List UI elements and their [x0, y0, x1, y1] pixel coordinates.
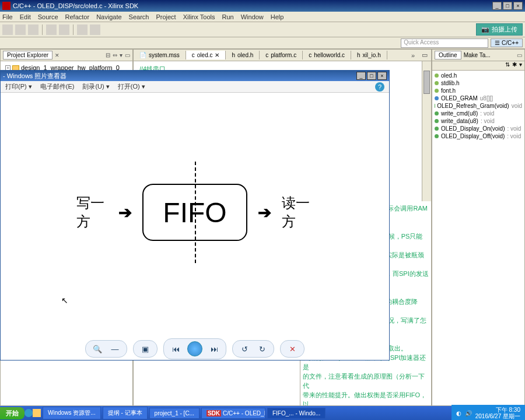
menu-search[interactable]: Search [129, 13, 149, 20]
separator [42, 24, 43, 35]
pv-menu-email[interactable]: 电子邮件(E) [40, 82, 75, 91]
editor-tab[interactable]: hxil_io.h [351, 51, 387, 60]
delete-group: ✕ [280, 340, 304, 358]
pv-menu-open[interactable]: 打开(O) ▾ [118, 82, 145, 91]
pv-min-button[interactable]: _ [356, 72, 366, 80]
pv-menu-burn[interactable]: 刻录(U) ▾ [82, 82, 109, 91]
min-icon[interactable]: ▭ [125, 52, 130, 58]
menu-icon[interactable]: ▾ [120, 52, 123, 58]
tool-run-icon[interactable] [90, 24, 100, 35]
system-tray[interactable]: ◐ 🔊 下午 8:30 2016/6/27 星期一 [452, 405, 525, 420]
task-button[interactable]: 提纲 - 记事本 [103, 407, 148, 419]
task-button[interactable]: project_1 - [C... [149, 408, 200, 419]
menu-xilinx[interactable]: Xilinx Tools [183, 13, 215, 20]
pv-close-button[interactable]: × [377, 72, 387, 80]
tray-icon[interactable]: ◐ [456, 410, 461, 416]
outline-item[interactable]: oled.h [432, 72, 524, 79]
editor-tab[interactable]: holed.h [226, 51, 260, 60]
outline-item[interactable]: write_data(u8) : void [432, 117, 524, 125]
outline-toolbar: ⇅ ✱ ▾ [432, 61, 524, 71]
separator [73, 24, 74, 35]
menu-window[interactable]: Window [241, 13, 264, 20]
editor-tab[interactable]: cplatform.c [260, 51, 303, 60]
start-button[interactable]: 开始 [0, 407, 24, 419]
perspective-cpp[interactable]: ☰ C/C++ [491, 38, 523, 47]
tool-save-icon[interactable] [15, 24, 26, 35]
zoom-slider[interactable]: — [109, 343, 121, 355]
tool-debug-icon[interactable] [77, 24, 88, 35]
tool-new-icon[interactable] [2, 24, 13, 35]
c-icon: c [309, 52, 312, 58]
fit-icon[interactable]: ▣ [139, 343, 151, 355]
pv-max-button[interactable]: □ [367, 72, 376, 80]
task-button[interactable]: SDKC/C++ - OLED_DI... [201, 408, 265, 419]
arrow-right-icon: ➔ [258, 203, 271, 222]
explorer-icon[interactable] [33, 409, 41, 417]
outline-item[interactable]: OLED_Display_Off(void) : void [432, 132, 524, 140]
sort-icon[interactable]: ⇅ [505, 61, 510, 70]
outline-item[interactable]: stdlib.h [432, 79, 524, 87]
tray-icon[interactable]: 🔊 [465, 410, 472, 416]
minimize-button[interactable]: _ [492, 2, 502, 10]
editor-more-icon[interactable]: » [408, 52, 418, 59]
editor-tab-active[interactable]: coled.c✕ [186, 51, 226, 60]
tool-hammer-icon[interactable] [59, 24, 69, 35]
maximize-button[interactable]: □ [503, 2, 512, 10]
menu-run[interactable]: Run [222, 13, 234, 20]
function-icon [435, 119, 439, 123]
filter-icon[interactable]: ✱ [512, 61, 517, 70]
next-icon[interactable]: ⏭ [208, 343, 220, 355]
make-tab[interactable]: Make Ta... [464, 52, 491, 58]
menu-navigate[interactable]: Navigate [96, 13, 121, 20]
upload-button[interactable]: 📷 拍摄上传 [476, 23, 523, 36]
close-button[interactable]: × [513, 2, 523, 10]
tool-build-icon[interactable] [46, 24, 57, 35]
main-titlebar: C/C++ - OLED_DISP/src/oled.c - Xilinx SD… [0, 0, 525, 12]
menu-file[interactable]: File [2, 13, 13, 20]
outline-item[interactable]: OLED_Display_On(void) : void [432, 125, 524, 132]
menu-source[interactable]: Source [38, 13, 58, 20]
scroll-thumb[interactable] [424, 71, 430, 94]
h-icon: h [232, 52, 235, 58]
menu-icon[interactable]: ▾ [519, 61, 522, 70]
editor-tab[interactable]: 📄system.mss [134, 51, 186, 60]
menu-help[interactable]: Help [271, 13, 284, 20]
outline-item[interactable]: font.h [432, 87, 524, 94]
slideshow-button[interactable] [187, 341, 202, 356]
main-menubar: File Edit Source Refactor Navigate Searc… [0, 12, 525, 22]
outline-tab[interactable]: Outline [435, 51, 461, 60]
collapse-icon[interactable]: ⊟ [106, 52, 110, 58]
menu-refactor[interactable]: Refactor [65, 13, 90, 20]
pv-help-icon[interactable]: ? [375, 82, 384, 92]
projexp-tab[interactable]: Project Explorer [3, 51, 52, 60]
outline-item[interactable]: OLED_GRAM u8[][] [432, 94, 524, 102]
rotate-cw-icon[interactable]: ↻ [256, 343, 268, 355]
menu-project[interactable]: Project [156, 13, 176, 20]
outline-item[interactable]: write_cmd(u8) : void [432, 110, 524, 117]
prev-icon[interactable]: ⏮ [170, 343, 181, 355]
task-button-active[interactable]: FIFO_... - Windo... [267, 408, 326, 419]
c-icon: c [265, 52, 268, 58]
link-icon[interactable]: ⇔ [113, 52, 117, 58]
doc-line: 带来的性能提升。做出权衡是否采用FIFO，以 [303, 390, 429, 405]
close-tab-icon[interactable]: ✕ [215, 52, 219, 58]
menu-edit[interactable]: Edit [20, 13, 31, 20]
tab-close-icon[interactable]: ✕ [55, 52, 60, 58]
task-button[interactable]: Windows 资源管... [43, 407, 101, 419]
read-side-label: 读一方 [282, 194, 313, 231]
outline-list: oled.h stdlib.h font.h OLED_GRAM u8[][] … [432, 71, 524, 405]
quick-access-input[interactable]: Quick Access [401, 38, 488, 48]
rotate-ccw-icon[interactable]: ↺ [239, 343, 250, 355]
window-title: C/C++ - OLED_DISP/src/oled.c - Xilinx SD… [13, 2, 138, 9]
tool-saveall-icon[interactable] [28, 24, 38, 35]
zoom-out-icon[interactable]: 🔍 [92, 343, 103, 355]
min-icon[interactable]: ▭ [517, 52, 522, 58]
function-icon [435, 134, 439, 138]
ie-icon[interactable] [24, 409, 33, 417]
delete-icon[interactable]: ✕ [286, 343, 298, 355]
outline-item[interactable]: OLED_Refresh_Gram(void) void [432, 102, 524, 110]
pv-titlebar[interactable]: - Windows 照片查看器 _ □ × [1, 71, 389, 81]
pv-menu-print[interactable]: 打印(P) ▾ [5, 82, 32, 91]
editor-tab[interactable]: chelloworld.c [303, 51, 351, 60]
editor-min-icon[interactable]: ▭ [418, 51, 431, 59]
